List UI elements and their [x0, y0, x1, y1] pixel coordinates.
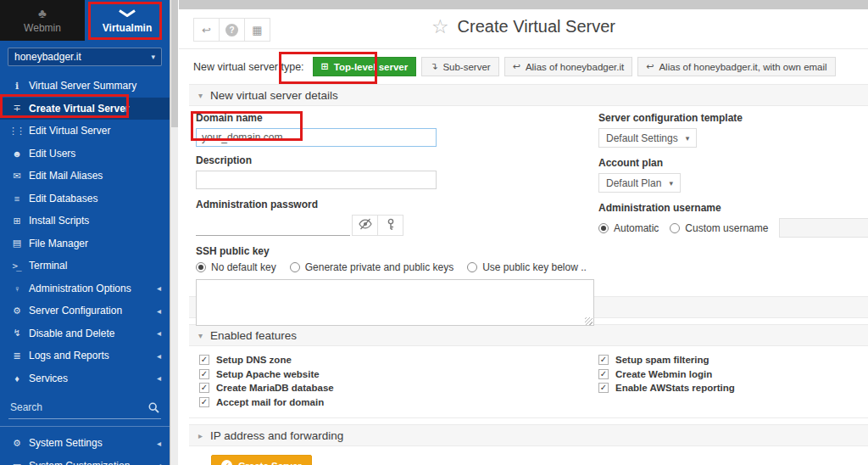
- ssh-key-radio[interactable]: Use public key below ..: [467, 261, 587, 273]
- ssh-key-radio-label: Generate private and public keys: [305, 261, 453, 273]
- type-button-label: Alias of honeybadger.it, with own email: [659, 62, 826, 72]
- grid-button[interactable]: ▦: [244, 18, 270, 42]
- feature-label: Setup DNS zone: [216, 355, 292, 365]
- template-label: Server configuration template: [598, 112, 868, 124]
- description-input[interactable]: [196, 171, 437, 189]
- search-input[interactable]: [8, 398, 161, 419]
- feature-checkbox-row[interactable]: ✓Create Webmin login: [598, 367, 735, 382]
- checkbox-checked-icon[interactable]: ✓: [199, 383, 209, 393]
- account-plan-select[interactable]: Default Plan ▾: [598, 173, 681, 193]
- type-button-sub-server[interactable]: ↴Sub-server: [421, 57, 498, 76]
- terminal-icon: >_: [8, 261, 24, 272]
- users-icon: ☻: [8, 148, 24, 159]
- sidebar-item-label: Server Configuration: [29, 305, 122, 317]
- sidebar-item-edit-mail-aliases[interactable]: ✉Edit Mail Aliases: [0, 165, 170, 188]
- sidebar-item-label: Create Virtual Server: [29, 103, 130, 115]
- generate-password-button[interactable]: [377, 215, 403, 236]
- sidebar-item-disable-and-delete[interactable]: ↯Disable and Delete◂: [0, 322, 170, 345]
- type-button-alias[interactable]: ↩Alias of honeybadger.it: [504, 57, 633, 76]
- type-button-top-level-server[interactable]: ⊞Top-level server: [313, 57, 417, 76]
- feature-checkbox-row[interactable]: ✓Setup DNS zone: [199, 353, 868, 367]
- star-icon[interactable]: ☆: [431, 17, 449, 36]
- sidebar-item-system-customization[interactable]: ▭System Customization◂: [0, 455, 170, 465]
- sidebar-item-edit-users[interactable]: ☻Edit Users: [0, 143, 170, 165]
- feature-checkbox-row[interactable]: ✓Enable AWStats reporting: [598, 381, 735, 395]
- server-select-value: honeybadger.it: [14, 51, 81, 63]
- feature-checkbox-row[interactable]: ✓Create MariaDB database: [199, 381, 868, 395]
- reply-arrow-icon: ↩: [646, 61, 654, 72]
- sidebar-item-system-settings[interactable]: ⚙System Settings◂: [0, 432, 170, 455]
- show-password-button[interactable]: [352, 215, 378, 236]
- section-details-title: New virtual server details: [210, 89, 338, 102]
- custom-username-input[interactable]: [779, 218, 868, 238]
- admin-username-radio[interactable]: Custom username: [670, 222, 768, 234]
- reply-arrow-icon: ↩: [513, 61, 520, 72]
- type-button-label: Top-level server: [334, 62, 408, 72]
- server-type-row: New virtual server type: ⊞Top-level serv…: [179, 49, 868, 84]
- sidebar-scrollbar[interactable]: [170, 0, 178, 465]
- checkbox-checked-icon[interactable]: ✓: [598, 369, 609, 379]
- plug-icon: ↯: [8, 328, 24, 339]
- sidebar-item-edit-virtual-server[interactable]: ⋮⋮Edit Virtual Server: [0, 120, 170, 143]
- tab-virtualmin[interactable]: Virtualmin: [85, 0, 170, 41]
- features-right-column: ✓Setup spam filtering✓Create Webmin logi…: [598, 353, 735, 395]
- back-button[interactable]: ↩: [193, 18, 220, 42]
- level-down-icon: ↴: [430, 61, 437, 72]
- caret-down-icon: ▾: [686, 134, 690, 143]
- tab-webmin[interactable]: ♣ Webmin: [0, 0, 85, 41]
- key-icon: [385, 218, 397, 233]
- create-server-button-label: Create Server: [238, 461, 302, 465]
- sidebar-item-logs-and-reports[interactable]: ≣Logs and Reports◂: [0, 345, 170, 367]
- ssh-key-radio[interactable]: No default key: [196, 261, 276, 273]
- section-details-header[interactable]: ▾ New virtual server details: [189, 84, 868, 106]
- help-button[interactable]: ?: [219, 18, 245, 42]
- sidebar-item-server-configuration[interactable]: ⚙Server Configuration◂: [0, 300, 170, 322]
- scrollbar-thumb[interactable]: [171, 0, 178, 127]
- checkbox-checked-icon[interactable]: ✓: [598, 383, 609, 393]
- sidebar-item-edit-databases[interactable]: ≡Edit Databases: [0, 188, 170, 210]
- feature-checkbox-row[interactable]: ✓Accept mail for domain: [199, 395, 868, 410]
- domain-input[interactable]: [196, 128, 437, 147]
- sidebar-item-virtual-server-summary[interactable]: ℹVirtual Server Summary: [0, 75, 170, 98]
- feature-checkbox-row[interactable]: ✓Setup Apache website: [199, 367, 868, 382]
- details-right-column: Server configuration template Default Se…: [598, 112, 868, 238]
- password-input[interactable]: [196, 216, 350, 236]
- ssh-key-textarea-wrap: [196, 273, 594, 328]
- plus-square-icon: ⊞: [321, 61, 329, 72]
- checkbox-checked-icon[interactable]: ✓: [199, 397, 209, 407]
- template-select[interactable]: Default Settings ▾: [598, 128, 697, 148]
- type-button-label: Sub-server: [442, 62, 490, 72]
- create-server-button[interactable]: ✓ Create Server: [211, 455, 312, 465]
- ssh-key-radio[interactable]: Generate private and public keys: [290, 261, 453, 273]
- sidebar-item-create-virtual-server[interactable]: ∓Create Virtual Server: [0, 98, 170, 120]
- help-icon: ?: [225, 24, 238, 36]
- type-button-alias-own-email[interactable]: ↩Alias of honeybadger.it, with own email: [637, 57, 835, 76]
- caret-down-icon: ▾: [198, 331, 203, 340]
- checkbox-checked-icon[interactable]: ✓: [199, 369, 209, 379]
- section-features-title: Enabled features: [210, 329, 297, 342]
- admin-username-radio[interactable]: Automatic: [598, 222, 659, 234]
- template-select-value: Default Settings: [606, 132, 678, 144]
- ssh-key-textarea[interactable]: [196, 279, 594, 326]
- admin-username-options: AutomaticCustom username: [598, 218, 868, 238]
- section-ip-header[interactable]: ▸ IP address and forwarding: [189, 424, 868, 446]
- sidebar-item-terminal[interactable]: >_Terminal: [0, 255, 170, 277]
- chevron-left-icon: ◂: [157, 328, 161, 338]
- sidebar-item-administration-options[interactable]: ♀Administration Options◂: [0, 277, 170, 300]
- checkbox-checked-icon[interactable]: ✓: [598, 355, 609, 365]
- services-icon: ♦: [8, 373, 24, 384]
- feature-checkbox-row[interactable]: ✓Setup spam filtering: [598, 353, 735, 367]
- radio-icon: [467, 262, 477, 272]
- server-type-buttons: ⊞Top-level server↴Sub-server↩Alias of ho…: [313, 57, 841, 76]
- install-icon: ⊞: [8, 216, 24, 227]
- check-circle-icon: ✓: [221, 460, 232, 465]
- checkbox-checked-icon[interactable]: ✓: [199, 355, 209, 365]
- sidebar-item-file-manager[interactable]: ▤File Manager: [0, 232, 170, 255]
- logs-icon: ≣: [8, 350, 24, 361]
- sidebar-item-label: System Settings: [29, 437, 103, 449]
- sidebar-item-services[interactable]: ♦Services◂: [0, 367, 170, 390]
- server-select[interactable]: honeybadger.it ▾: [8, 48, 162, 66]
- ssh-key-label: SSH public key: [196, 245, 868, 257]
- sidebar-item-install-scripts[interactable]: ⊞Install Scripts: [0, 210, 170, 232]
- grid-icon: ▦: [252, 24, 262, 36]
